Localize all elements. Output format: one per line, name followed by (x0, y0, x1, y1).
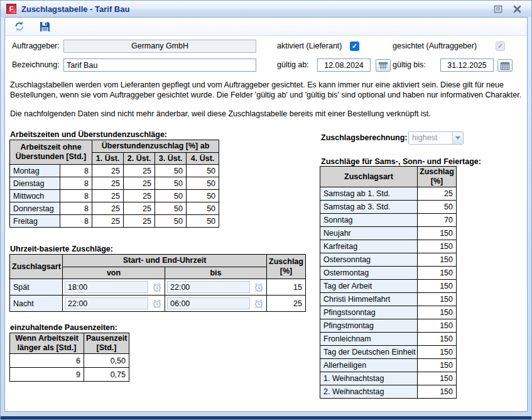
holiday-value-cell: 50 (418, 201, 457, 214)
holiday-value-cell: 150 (418, 306, 457, 319)
table-row: Neujahr 150 (320, 227, 457, 240)
hours-cell: 8 (60, 177, 92, 190)
holiday-name-cell: Sonntag (320, 214, 418, 227)
clock-icon (152, 299, 162, 309)
von-header: von (63, 267, 165, 279)
maximize-button[interactable] (493, 4, 502, 13)
gesichtet-label: gesichtet (Auftraggeber) (393, 40, 477, 53)
table-row: Christi Himmelfahrt 150 (320, 293, 457, 306)
table-row: Fronleichnam 150 (320, 333, 457, 346)
refresh-button[interactable] (13, 20, 26, 33)
aktiviert-checkbox[interactable]: ✓ (350, 41, 359, 51)
gueltig-bis-label: gültig bis: (393, 58, 426, 72)
holiday-value-cell: 150 (418, 372, 457, 385)
zuschlagsart-cell: Spät (10, 279, 63, 296)
table-row: Pfingstmontag 150 (320, 319, 457, 333)
gesichtet-checkbox: ✓ (496, 41, 505, 51)
ust3-header: 3. Üst. (155, 153, 187, 165)
ust2-cell: 25 (124, 165, 155, 177)
ust1-cell: 25 (92, 202, 124, 215)
holiday-name-cell: Tag der Arbeit (320, 280, 418, 293)
ust3-cell: 50 (155, 165, 187, 177)
bezeichnung-input[interactable] (63, 58, 256, 72)
table-row: 6 0,50 (10, 354, 129, 368)
ust4-cell: 50 (187, 177, 219, 190)
holiday-name-cell: Tag der Deutschen Einheit (320, 346, 418, 359)
refresh-icon (14, 21, 25, 32)
day-cell: Freitag (10, 215, 60, 228)
von-cell (63, 296, 165, 312)
zuschlagsart-cell: Nacht (10, 296, 63, 312)
table-row: Nacht (10, 296, 306, 312)
calculation-value: highest (409, 132, 452, 144)
hours-cell: 8 (60, 165, 92, 177)
day-cell: Montag (10, 165, 60, 177)
von-clock-button (151, 298, 163, 309)
close-button[interactable] (513, 4, 522, 13)
table-row: Allerheiligen 150 (320, 359, 457, 372)
table-row: Tag der Arbeit 150 (320, 280, 457, 293)
table-row: 9 0,75 (10, 368, 129, 382)
holiday-value-cell: 150 (418, 267, 457, 280)
aktiviert-label: aktiviert (Lieferant) (277, 40, 342, 53)
ust3-cell: 50 (155, 190, 187, 202)
holiday-col2-header: Zuschlag [%] (418, 167, 457, 187)
toolbar (5, 18, 527, 36)
bis-cell (165, 296, 267, 312)
holiday-name-cell: 1. Weihnachtstag (320, 372, 418, 385)
ust3-cell: 50 (155, 215, 187, 228)
holiday-value-cell: 150 (418, 346, 457, 359)
gueltig-bis-input[interactable] (440, 58, 494, 72)
calendar-icon (501, 62, 509, 70)
threshold-cell: 9 (10, 368, 84, 382)
holiday-name-cell: Pfingstsonntag (320, 306, 418, 319)
ust4-cell: 50 (187, 165, 219, 177)
table-row: Spät (10, 279, 306, 296)
zuschlag-cell: 25 (267, 296, 306, 312)
save-button[interactable] (38, 20, 51, 33)
ust4-cell: 50 (187, 202, 219, 215)
von-input (65, 281, 148, 293)
holiday-name-cell: Karfreitag (320, 240, 418, 253)
gueltig-bis-calendar-button[interactable] (497, 59, 513, 72)
holiday-value-cell: 150 (418, 293, 457, 306)
startend-header: Start- und End-Uhrzeit (63, 255, 267, 267)
window-controls (493, 4, 526, 13)
holiday-name-cell: Ostersonntag (320, 253, 418, 267)
auftraggeber-field: Germany GmbH (63, 40, 256, 53)
gueltig-ab-calendar-button[interactable] (376, 59, 391, 72)
gueltig-ab-label: gültig ab: (277, 58, 309, 72)
surcharge-col-header: Überstundenzuschlag [%] ab (92, 140, 219, 153)
table-row: 2. Weihnachtstag 150 (320, 385, 457, 399)
holiday-name-cell: Samstag ab 3. Std. (320, 201, 418, 214)
gueltig-ab-input[interactable] (317, 58, 371, 72)
holiday-name-cell: Christi Himmelfahrt (320, 293, 418, 306)
maximize-icon (494, 5, 502, 13)
von-clock-button (151, 282, 163, 293)
holiday-col1-header: Zuschlagsart (320, 167, 418, 187)
von-cell (63, 279, 165, 296)
zuschlagsart-header: Zuschlagsart (10, 255, 63, 279)
holiday-name-cell: Allerheiligen (320, 359, 418, 372)
holiday-value-cell: 150 (418, 240, 457, 253)
pause-col1-header: Wenn Arbeitszeit länger als [Std.] (10, 333, 84, 354)
check-icon: ✓ (352, 42, 357, 50)
holiday-name-cell: Ostermontag (320, 267, 418, 280)
zuschlag-header: Zuschlag [%] (267, 255, 306, 279)
table-row: Samstag ab 3. Std. 50 (320, 201, 457, 214)
bis-clock-button (253, 298, 264, 309)
auftraggeber-label: Auftraggeber: (12, 40, 60, 53)
ust4-header: 4. Üst. (187, 153, 219, 165)
holiday-value-cell: 150 (418, 333, 457, 346)
ust1-cell: 25 (92, 215, 124, 228)
holiday-value-cell: 70 (418, 214, 457, 227)
table-row: Montag 8 25 25 50 50 (10, 165, 219, 177)
table-row: Sonntag 70 (320, 214, 457, 227)
ust1-cell: 25 (92, 190, 124, 202)
day-cell: Mittwoch (10, 190, 60, 202)
clock-icon (152, 282, 162, 292)
holiday-name-cell: Samstag ab 1. Std. (320, 187, 418, 201)
holiday-value-cell: 150 (418, 385, 457, 399)
bis-cell (165, 279, 267, 296)
calculation-label: Zuschlagsberechnung: (321, 131, 408, 145)
